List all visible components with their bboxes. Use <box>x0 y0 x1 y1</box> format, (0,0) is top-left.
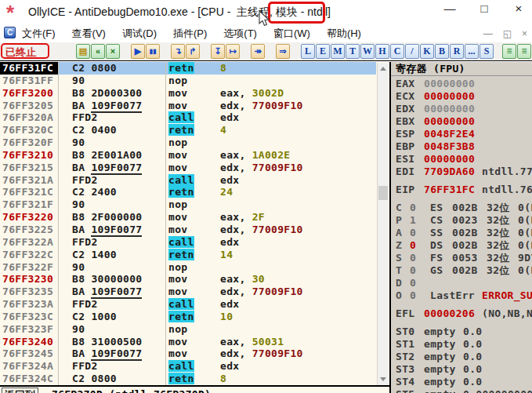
flag-row[interactable]: D0 <box>396 277 532 289</box>
step-into-button[interactable]: ↴ <box>171 44 185 59</box>
disasm-row[interactable]: 76FF322AFFD2calledx <box>0 236 376 249</box>
register-row[interactable]: EDX00000000 <box>396 103 532 115</box>
title-bar[interactable]: * OllyICE - AntiDebugDemo10.exe - [CPU -… <box>0 0 532 24</box>
flag-row[interactable]: P1CS002332位0(FF <box>396 214 532 227</box>
cpu-window-icon[interactable]: C <box>4 27 16 38</box>
register-row[interactable]: EBP0048F3B8 <box>396 140 532 153</box>
fpu-register-row[interactable]: ST0empty0.0 <box>396 326 532 338</box>
disasm-row[interactable]: 76FF322CC2 1400retn14 <box>0 249 376 261</box>
disasm-row[interactable]: 76FF3220B8 2F000000moveax, 2F <box>0 211 376 224</box>
scroll-down-icon[interactable] <box>378 373 389 385</box>
pause-button[interactable]: ▮▮ <box>146 44 160 59</box>
disasm-row[interactable]: 76FF321F90nop <box>0 198 376 211</box>
menu-item[interactable]: 查看(V) <box>72 27 106 41</box>
disasm-row[interactable]: 76FF321CC2 2400retn24 <box>0 186 376 198</box>
flag-row[interactable]: O0LastErrERROR_SUC <box>396 289 532 302</box>
cpu-window-button[interactable]: C <box>390 44 404 59</box>
mdi-close-button[interactable]: × <box>522 28 527 39</box>
disasm-bytes: 90 <box>58 261 165 274</box>
executables-button[interactable]: E <box>316 44 330 59</box>
register-row[interactable]: EIP76FF31FCntdll.76F <box>396 184 532 196</box>
step-over-button[interactable]: ↱ <box>186 44 200 59</box>
menu-item[interactable]: 文件(F) <box>22 27 56 41</box>
mdi-minimize-button[interactable]: — <box>483 28 493 39</box>
fpu-register-row[interactable]: ST5empty0.0000000000 <box>396 388 532 393</box>
windows-button[interactable]: W <box>360 44 375 59</box>
disassembly-scrollbar[interactable] <box>377 63 388 385</box>
disasm-row[interactable]: 76FF3210B8 2E001A00moveax, 1A002E <box>0 149 376 162</box>
disasm-row[interactable]: 76FF323CC2 1000retn10 <box>0 311 376 323</box>
fpu-register-row[interactable]: ST3empty0.0 <box>396 363 532 376</box>
register-row[interactable]: EDI7709DA60ntdll.770 <box>396 166 532 178</box>
disasm-row[interactable]: 76FF321AFFD2calledx <box>0 174 376 187</box>
fpu-register-row[interactable]: ST4empty0.0 <box>396 376 532 388</box>
options-list-button-2[interactable]: ≡ <box>517 44 531 59</box>
disasm-row[interactable]: 76FF3245BA 109F0077movedx, 77009F10 <box>0 348 376 360</box>
disasm-row[interactable]: 76FF3205BA 109F0077movedx, 77009F10 <box>0 100 376 112</box>
menu-item[interactable]: 插件(P) <box>173 27 207 41</box>
register-row[interactable]: ECX00000000 <box>396 90 532 103</box>
run-button[interactable]: ▶ <box>131 44 145 59</box>
log-window-button[interactable]: L <box>301 44 315 59</box>
handles-button[interactable]: H <box>375 44 389 59</box>
fpu-register-row[interactable]: ST2empty0.0 <box>396 351 532 363</box>
disasm-row[interactable]: 76FF3230B8 30000000moveax, 30 <box>0 273 376 286</box>
menu-item[interactable]: 选项(T) <box>223 27 257 41</box>
register-row[interactable]: ESP0048F2E4 <box>396 128 532 140</box>
references-button[interactable]: R <box>450 44 464 59</box>
register-row[interactable]: EAX00000000 <box>396 78 532 90</box>
registers-pane[interactable]: 寄存器 (FPU) EAX00000000ECX00000000EDX00000… <box>389 62 532 393</box>
disasm-row[interactable]: 76FF322F90nop <box>0 261 376 274</box>
options-list-button[interactable]: ≡ <box>502 44 516 59</box>
disasm-row[interactable]: 76FF3215BA 109F0077movedx, 77009F10 <box>0 162 376 174</box>
open-file-button[interactable]: ▤ <box>76 44 90 59</box>
memory-map-button[interactable]: M <box>331 44 345 59</box>
menu-item[interactable]: 窗口(W) <box>273 27 310 41</box>
disassembly-pane[interactable]: 76FF31FCC2 0800retn876FF31FF90nop76FF320… <box>0 62 389 385</box>
minimize-button[interactable]: — <box>443 2 457 15</box>
disasm-row[interactable]: 76FF320CC2 0400retn4 <box>0 124 376 136</box>
menu-item[interactable]: 调试(D) <box>122 27 157 41</box>
menu-item[interactable]: 帮助(H) <box>327 27 361 41</box>
register-row[interactable]: EFL00000206(NO,NB,NE <box>396 307 532 320</box>
register-row[interactable]: EBX00000000 <box>396 115 532 128</box>
disasm-row[interactable]: 76FF31FF90nop <box>0 75 376 87</box>
goto-button[interactable]: ⇒ <box>276 44 290 59</box>
disasm-row[interactable]: 76FF31FCC2 0800retn8 <box>0 62 376 75</box>
disasm-row[interactable]: 76FF323F90nop <box>0 323 376 336</box>
run-trace-button[interactable]: ... <box>465 44 479 59</box>
close-process-button[interactable]: × <box>106 44 120 59</box>
mdi-restore-button[interactable]: ◱ <box>503 28 512 39</box>
disasm-address: 76FF3230 <box>0 273 58 286</box>
maximize-button[interactable]: □ <box>477 2 491 15</box>
trace-over-button[interactable]: ↦ <box>226 44 240 59</box>
disasm-row[interactable]: 76FF320F90nop <box>0 136 376 149</box>
disasm-row[interactable]: 76FF324CC2 0800retn8 <box>0 373 376 385</box>
restart-button[interactable]: « <box>91 44 105 59</box>
flag-row[interactable]: T0GS002B32位0(FF <box>396 264 532 277</box>
close-button[interactable]: × <box>512 2 526 15</box>
flag-row[interactable]: S0FS005332位9D70 <box>396 252 532 264</box>
info-pane[interactable]: 返回到 76FB270D (ntdll.76FB270D) <box>0 385 389 393</box>
call-stack-button[interactable]: K <box>420 44 434 59</box>
trace-into-button[interactable]: ↧ <box>211 44 225 59</box>
scroll-up-icon[interactable] <box>378 63 389 75</box>
disasm-row[interactable]: 76FF320AFFD2calledx <box>0 111 376 124</box>
breakpoints-button[interactable]: B <box>435 44 449 59</box>
flag-row[interactable]: Z0DS002B32位0(FF <box>396 239 532 252</box>
disasm-row[interactable]: 76FF3225BA 109F0077movedx, 77009F10 <box>0 224 376 236</box>
disasm-row[interactable]: 76FF324AFFD2calledx <box>0 360 376 373</box>
register-row[interactable]: ESI00000000 <box>396 153 532 166</box>
flag-row[interactable]: A0SS002B32位0(FF <box>396 227 532 239</box>
execute-till-return-button[interactable]: ↠ <box>251 44 265 59</box>
source-button[interactable]: S <box>480 44 494 59</box>
patches-button[interactable]: / <box>405 44 419 59</box>
fpu-register-row[interactable]: ST1empty0.0 <box>396 338 532 351</box>
disasm-row[interactable]: 76FF3235BA 109F0077movedx, 77009F10 <box>0 286 376 298</box>
flag-row[interactable]: C0ES002B32位0(FF <box>396 202 532 214</box>
disasm-row[interactable]: 76FF323AFFD2calledx <box>0 298 376 311</box>
scrollbar-thumb[interactable] <box>378 186 388 200</box>
threads-button[interactable]: T <box>346 44 360 59</box>
disasm-row[interactable]: 76FF3200B8 2D000300moveax, 3002D <box>0 87 376 100</box>
disasm-row[interactable]: 76FF3240B8 31000500moveax, 50031 <box>0 336 376 348</box>
